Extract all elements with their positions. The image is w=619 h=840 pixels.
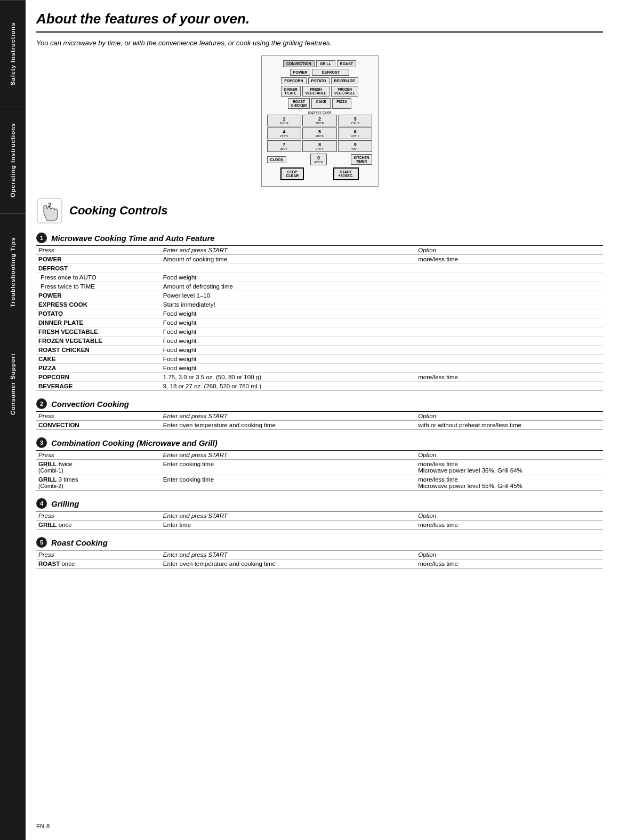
col-option-3: Option (416, 451, 603, 460)
potato-button[interactable]: POTATO (308, 77, 329, 84)
microwave-table: Press Enter and press START Option POWER… (36, 245, 603, 391)
press-cell: GRILL once (36, 521, 161, 530)
enter-cell: Amount of cooking time (161, 255, 416, 264)
sidebar-item-consumer: Consumer Support (0, 331, 26, 437)
convection-table: Press Enter and press START Option CONVE… (36, 411, 603, 430)
num-2-button[interactable]: 2150°F (302, 115, 337, 126)
table-row: DINNER PLATE Food weight (36, 318, 603, 327)
option-cell: more/less time (416, 255, 603, 264)
num-9-button[interactable]: 9400°F (338, 140, 373, 152)
section-num-5: 5 (36, 537, 47, 548)
option-cell (416, 309, 603, 318)
sidebar-item-operating: Operating Instructions (0, 107, 26, 213)
section-num-2: 2 (36, 398, 47, 409)
col-enter-2: Enter and press START (161, 412, 416, 421)
table-row: GRILL twice(Combi-1) Enter cooking time … (36, 460, 603, 475)
stop-clear-button[interactable]: STOPCLEAR (280, 167, 304, 180)
press-cell: Press once to AUTO (36, 273, 161, 282)
section-title-3: Combination Cooking (Microwave and Grill… (51, 438, 218, 447)
roast-button[interactable]: ROAST (337, 60, 357, 67)
table-row: Press twice to TIME Amount of defrosting… (36, 282, 603, 291)
grilling-table: Press Enter and press START Option GRILL… (36, 511, 603, 530)
kitchen-timer-button[interactable]: KITCHENTIMER (351, 154, 373, 165)
enter-cell: Food weight (161, 318, 416, 327)
press-cell: GRILL twice(Combi-1) (36, 460, 161, 475)
press-cell: CONVECTION (36, 421, 161, 430)
section-title-4: Grilling (51, 499, 79, 508)
num-3-button[interactable]: 3250°F (338, 115, 373, 126)
option-cell: with or without preheat more/less time (416, 421, 603, 430)
power-button[interactable]: POWER (290, 69, 310, 76)
defrost-header: DEFROST (36, 264, 603, 273)
press-cell: DINNER PLATE (36, 318, 161, 327)
page-number: EN-8 (36, 818, 603, 829)
press-cell: ROAST once (36, 559, 161, 569)
start-button[interactable]: START+30SEC. (333, 167, 359, 180)
table-row: GRILL 3 times(Combi-2) Enter cooking tim… (36, 475, 603, 491)
table-row: BEVERAGE 9, 18 or 27 oz. (260, 520 or 78… (36, 382, 603, 391)
press-cell: CAKE (36, 355, 161, 364)
express-cook-label: Express Cook (267, 110, 373, 114)
main-content: About the features of your oven. You can… (26, 0, 619, 840)
col-option-5: Option (416, 550, 603, 559)
num-5-button[interactable]: 5300°F (302, 127, 337, 139)
frozen-vegetable-button[interactable]: FROZENVEGETABLE (331, 86, 358, 97)
fresh-vegetable-button[interactable]: FRESHVEGETABLE (302, 86, 329, 97)
section-microwave: 1 Microwave Cooking Time and Auto Featur… (36, 233, 603, 391)
col-press-5: Press (36, 550, 161, 559)
defrost-button[interactable]: DEFROST (312, 69, 349, 76)
option-cell (416, 282, 603, 291)
beverage-button[interactable]: BEVERAGE (331, 77, 358, 84)
col-press-2: Press (36, 412, 161, 421)
table-row: POWER Amount of cooking time more/less t… (36, 255, 603, 264)
pizza-button[interactable]: PIZZA (332, 98, 351, 109)
table-row: FROZEN VEGETABLE Food weight (36, 337, 603, 346)
grill-button[interactable]: GRILL (316, 60, 335, 67)
option-cell (416, 300, 603, 309)
sidebar-item-troubleshooting: Troubleshooting Tips (0, 213, 26, 331)
table-row: EXPRESS COOK Starts immediately! (36, 300, 603, 309)
press-cell: POWER (36, 291, 161, 300)
col-option-2: Option (416, 412, 603, 421)
option-cell (416, 273, 603, 282)
press-cell: Press twice to TIME (36, 282, 161, 291)
bottom-row: CLOCK 0425°F KITCHENTIMER (267, 154, 373, 165)
clock-button[interactable]: CLOCK (267, 156, 287, 163)
enter-cell: Food weight (161, 337, 416, 346)
table-row: FRESH VEGETABLE Food weight (36, 327, 603, 337)
section-grilling: 4 Grilling Press Enter and press START O… (36, 498, 603, 530)
page-subtitle: You can microwave by time, or with the c… (36, 39, 603, 47)
num-6-button[interactable]: 6325°F (338, 127, 373, 139)
dinner-plate-button[interactable]: DINNERPLATE (281, 86, 301, 97)
option-cell (416, 355, 603, 364)
press-cell: FROZEN VEGETABLE (36, 337, 161, 346)
table-row: POTATO Food weight (36, 309, 603, 318)
section-roast: 5 Roast Cooking Press Enter and press ST… (36, 537, 603, 569)
option-cell: more/less time (416, 559, 603, 569)
popcorn-button[interactable]: POPCORN (281, 77, 306, 84)
press-cell: BEVERAGE (36, 382, 161, 391)
cake-button[interactable]: CAKE (311, 98, 331, 109)
roast-chicken-button[interactable]: ROASTCHICKEN (288, 98, 310, 109)
svg-text:2: 2 (48, 202, 51, 208)
num-7-button[interactable]: 7350°F (267, 140, 302, 152)
table-row: PIZZA Food weight (36, 364, 603, 373)
oven-panel: CONVECTION GRILL ROAST POWER DEFROST POP… (261, 55, 379, 187)
option-cell (416, 364, 603, 373)
table-row: GRILL once Enter time more/less time (36, 521, 603, 530)
zero-button[interactable]: 0425°F (310, 154, 326, 165)
num-1-button[interactable]: 1100°F (267, 115, 302, 126)
enter-cell: Enter oven temperature and cooking time (161, 421, 416, 430)
convection-button[interactable]: CONVECTION (283, 60, 315, 67)
num-8-button[interactable]: 8375°F (302, 140, 337, 152)
press-cell: EXPRESS COOK (36, 300, 161, 309)
press-cell: ROAST CHICKEN (36, 346, 161, 355)
option-cell: more/less time (416, 521, 603, 530)
option-cell (416, 337, 603, 346)
page-title: About the features of your oven. (36, 11, 603, 33)
num-4-button[interactable]: 4275°F (267, 127, 302, 139)
table-row: DEFROST (36, 264, 603, 273)
col-enter-4: Enter and press START (161, 511, 416, 521)
col-press-3: Press (36, 451, 161, 460)
section-title-2: Convection Cooking (51, 399, 129, 409)
